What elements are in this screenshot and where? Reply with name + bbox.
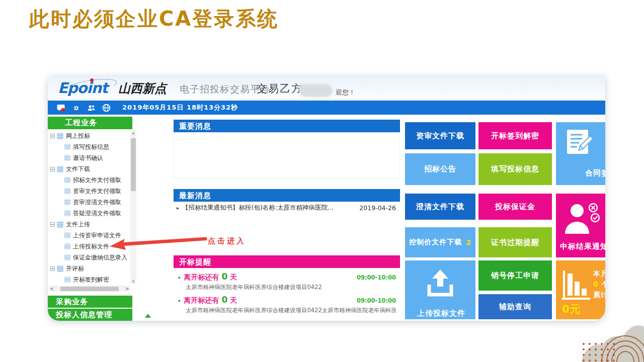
reminder-detail[interactable]: 太原市精神病医院老年病科医养综合楼建设项目0422太原市精神病医院老年病科医养综… [178,305,396,314]
epoint-logo: Epoint [58,79,108,97]
tile-monthly-stats[interactable]: 本月中 0 个标 累计中 0元 [556,260,605,319]
tile-cert-expiry-reminder[interactable]: 证书过期提醒 [478,227,552,257]
tree-item-qa-clarify[interactable]: 答疑澄清文件领取 [48,208,130,219]
folder-icon [57,265,63,272]
reminder-detail[interactable]: 太原市精神病医院老年病科医养综合楼建设项目0422 [178,282,396,291]
panel-important-body [174,132,400,178]
tree-item-prequal-clarify[interactable]: 资审澄清文件领取 [48,197,130,208]
tree-item-upload-bid-file[interactable]: 上传投标文件 [48,241,130,252]
slide-title: 此时必须企业CA登录系统 [29,5,279,33]
reminder-days: 0 [222,295,228,305]
doc-icon [64,155,70,161]
tree-item-upload-prequal[interactable]: 上传资审申请文件 [48,230,130,241]
tree-item-online-bidding[interactable]: 网上投标 [48,130,130,141]
tile-bid-deposit[interactable]: 投标保证金 [478,194,552,220]
tree-item-bid-opening[interactable]: 开评标 [48,263,130,274]
globe-icon[interactable] [102,104,111,112]
tile-bid-announcement[interactable]: 招标公告 [405,153,475,185]
scroll-left-icon[interactable]: < [50,286,54,292]
panel-reminder-header: 开标提醒 [174,255,400,268]
tile-cancel-stop-apply[interactable]: 销号停工申请 [478,260,552,291]
panel-bid-reminder: 开标提醒 • 离开标还有 0 天 09:00-10:00 太原市精神病医院老年病… [174,255,400,321]
tile-award-result-notice[interactable]: 中标结果通知 [556,194,605,257]
horizontal-scrollbar[interactable]: < > [49,286,130,292]
tree-item-deposit-info[interactable]: 保证金缴纳信息录入 [48,252,130,263]
tree-item-bid-file-pay[interactable]: 招标文件支付领取 [48,174,130,186]
collapse-icon[interactable] [50,134,55,138]
tile-label: 控制价文件下载 [409,238,462,247]
sidebar-section-procurement[interactable]: 采购业务 [48,296,132,308]
vertical-scrollbar[interactable]: ∧ ∨ [130,130,136,284]
brand-name: 山西新点 [118,80,167,97]
tile-contract-sign[interactable]: 合同签 [556,122,605,185]
dot-bullet-icon: • [178,275,181,281]
role-label: 交易乙方 [257,81,303,96]
tree-item-fill-bid-info[interactable]: 填写投标信息 [48,141,130,152]
tree-item-label: 文件下载 [66,165,90,173]
app-toolbar: 2019年05月15日 18时13分32秒 [48,101,605,115]
tree-item-signin-decrypt[interactable]: 开标签到解密 [48,274,130,285]
sidebar-section-bidder-info[interactable]: 投标人信息管理 [48,309,132,321]
tile-upload-bid-file[interactable]: 上传投标文件 [405,260,475,319]
news-item-text[interactable]: 【招标结果通知书】标段(包)名称:太原市精神病医院... [182,204,355,212]
app-body: 工程业务 网上投标 填写投标信息 邀请书确认 文件下载 招标文件支付领取 资审文… [48,115,605,321]
tree-item-label: 填写投标信息 [73,143,109,151]
folder-icon [57,221,63,228]
tile-control-price-download[interactable]: 控制价文件下载 2 [405,227,475,257]
doc-icon [64,144,70,150]
stats-line3: 累计中 [593,290,605,300]
scroll-right-icon[interactable]: > [125,286,129,292]
scroll-up-icon[interactable]: ∧ [130,131,136,136]
tile-clarify-file-download[interactable]: 澄清文件下载 [405,194,475,220]
collapse-icon[interactable] [50,266,55,271]
tree-item-label: 开评标 [66,264,84,273]
news-item[interactable]: ▸ 【招标结果通知书】标段(包)名称:太原市精神病医院... 2019-04-2… [174,202,400,214]
reminder-item[interactable]: • 离开标还有 0 天 09:00-10:00 太原市精神病医院老年病科医养综合… [174,291,400,314]
sidebar: 工程业务 网上投标 填写投标信息 邀请书确认 文件下载 招标文件支付领取 资审文… [48,115,136,321]
sidebar-section-engineering[interactable]: 工程业务 [48,117,132,129]
tree-item-label: 资审澄清文件领取 [73,198,121,207]
reminder-time: 09:00-10:00 [357,274,396,281]
users-icon[interactable] [87,104,96,112]
tile-assist-query[interactable]: 辅助查询 [478,294,552,319]
panel-latest-messages: 最新消息 ▸ 【招标结果通知书】标段(包)名称:太原市精神病医院... 2019… [174,189,400,215]
stats-count: 0 [593,280,599,288]
tile-opening-signin-decrypt[interactable]: 开标签到解密 [478,122,552,149]
reminder-days: 0 [222,272,228,282]
scrollbar-thumb[interactable] [60,287,119,291]
panel-reminder-body: • 离开标还有 0 天 09:00-10:00 太原市精神病医院老年病科医养综合… [174,268,400,321]
panel-important-messages: 重要消息 [174,120,400,178]
app-header: Epoint 山西新点 电子招投标交易平台 交易乙方 迎您！ [48,75,605,101]
reminder-item[interactable]: • 离开标还有 0 天 09:00-10:00 太原市精神病医院老年病科医养综合… [174,268,400,291]
collapse-icon[interactable] [50,222,55,227]
panel-latest-body: ▸ 【招标结果通知书】标段(包)名称:太原市精神病医院... 2019-04-2… [174,202,400,215]
chat-icon[interactable] [57,104,65,112]
tree-item-label: 保证金缴纳信息录入 [73,253,127,262]
news-item-date: 2019-04-26 [359,204,396,212]
app-screenshot: Epoint 山西新点 电子招投标交易平台 交易乙方 迎您！ 2019年05月 [48,75,605,321]
scrollbar-thumb[interactable] [131,138,136,191]
doc-icon [64,210,70,216]
tree-item-file-upload[interactable]: 文件上传 [48,219,130,230]
annotation-text: 点击进入 [208,236,246,246]
logo-red-dot-icon [90,78,94,82]
tree-item-invitation-confirm[interactable]: 邀请书确认 [48,152,130,163]
tile-fill-bid-info[interactable]: 填写投标信息 [478,153,552,185]
scroll-down-icon[interactable]: ∨ [130,279,136,284]
tile-prequal-file-download[interactable]: 资审文件下载 [405,122,475,149]
stats-amount: 0元 [562,302,581,316]
green-triangle-icon [145,314,151,318]
gear-icon[interactable] [72,104,80,112]
tree-item-label: 招标文件支付领取 [73,176,121,185]
doc-icon [64,177,70,183]
doc-icon [64,277,70,283]
count-badge: 2 [466,238,471,246]
panel-important-header: 重要消息 [174,120,400,132]
tree-item-prequal-file-pay[interactable]: 资审文件支付领取 [48,186,130,197]
tree-item-file-download[interactable]: 文件下载 [48,163,130,174]
stats-line2: 个标 [602,280,605,288]
doc-icon [64,199,70,205]
folder-icon [57,166,63,172]
doc-icon [64,188,70,194]
collapse-icon[interactable] [50,167,55,171]
